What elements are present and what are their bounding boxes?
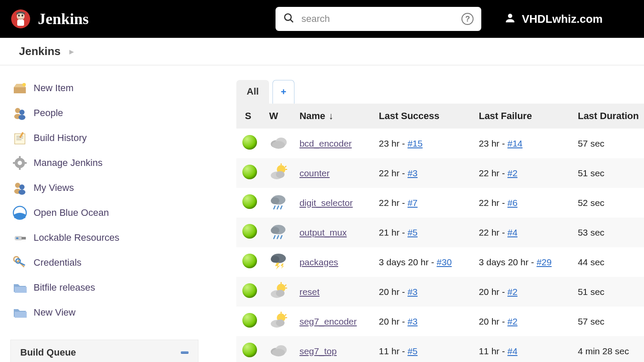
- people-icon: [12, 105, 28, 121]
- last-duration-cell: 4 min 28 sec: [573, 336, 644, 362]
- sidebar-item-label: Manage Jenkins: [34, 157, 102, 169]
- build-link[interactable]: #5: [408, 227, 418, 237]
- status-ball-icon: [242, 283, 257, 298]
- last-duration-cell: 52 sec: [573, 188, 644, 218]
- status-ball-icon: [242, 194, 257, 209]
- job-row: seg7_top 11 hr - #5 11 hr - #4 4 min 28 …: [236, 336, 644, 362]
- sidebar-item-open-blue-ocean[interactable]: Open Blue Ocean: [0, 200, 209, 225]
- build-queue-title: Build Queue: [20, 347, 76, 358]
- keys-icon: [12, 255, 28, 270]
- build-link[interactable]: #15: [408, 138, 423, 148]
- weather-cloudy-icon: [269, 134, 288, 151]
- build-link[interactable]: #4: [508, 227, 517, 237]
- last-success-cell: 22 hr - #3: [374, 158, 474, 188]
- job-link[interactable]: packages: [300, 257, 338, 267]
- last-duration-cell: 44 sec: [573, 247, 644, 277]
- sidebar-item-manage-jenkins[interactable]: Manage Jenkins: [0, 150, 209, 175]
- last-failure-cell: 3 days 20 hr - #29: [474, 247, 573, 277]
- last-failure-cell: 11 hr - #4: [474, 336, 573, 362]
- folder-icon: [12, 305, 28, 320]
- last-failure-cell: 22 hr - #2: [474, 158, 573, 188]
- sidebar-item-label: Lockable Resources: [34, 232, 119, 243]
- col-header-last-duration[interactable]: Last Duration: [573, 104, 644, 129]
- user-menu[interactable]: VHDLwhiz.com: [504, 12, 603, 26]
- col-header-last-failure[interactable]: Last Failure: [474, 104, 573, 129]
- sidebar: New Item People Build History Manage Jen…: [0, 65, 209, 362]
- sort-arrow-icon: ↓: [329, 110, 334, 121]
- last-duration-cell: 57 sec: [573, 307, 644, 336]
- last-duration-cell: 57 sec: [573, 129, 644, 158]
- col-header-status[interactable]: S: [236, 104, 264, 129]
- folder-icon: [12, 280, 28, 295]
- last-duration-cell: 53 sec: [573, 218, 644, 247]
- build-queue-panel: Build Queue No builds in the queue.: [10, 340, 198, 362]
- usb-icon: [12, 230, 28, 245]
- build-link[interactable]: #2: [508, 287, 517, 297]
- breadcrumb-arrow-icon: ▶: [69, 48, 74, 55]
- build-link[interactable]: #7: [408, 198, 418, 208]
- search-box[interactable]: ?: [276, 7, 481, 31]
- svg-point-52: [508, 14, 512, 18]
- build-link[interactable]: #29: [536, 257, 551, 267]
- last-failure-cell: 20 hr - #2: [474, 277, 573, 307]
- build-link[interactable]: #3: [408, 168, 418, 178]
- col-header-name[interactable]: Name↓: [294, 104, 374, 129]
- blueocean-icon: [12, 205, 28, 221]
- job-link[interactable]: reset: [300, 287, 320, 297]
- sidebar-item-my-views[interactable]: My Views: [0, 175, 209, 200]
- col-header-last-success[interactable]: Last Success: [374, 104, 474, 129]
- sidebar-item-label: New Item: [34, 83, 74, 94]
- sidebar-item-new-item[interactable]: New Item: [0, 76, 209, 101]
- sidebar-item-new-view[interactable]: New View: [0, 300, 209, 325]
- sidebar-item-people[interactable]: People: [0, 101, 209, 126]
- weather-rain-icon: [269, 223, 288, 240]
- build-link[interactable]: #6: [508, 198, 517, 208]
- job-link[interactable]: seg7_top: [300, 346, 337, 356]
- logo[interactable]: Jenkins: [10, 9, 89, 29]
- job-link[interactable]: bcd_encoder: [300, 138, 352, 148]
- gear-icon: [12, 155, 28, 171]
- weather-rain-icon: [269, 193, 288, 210]
- help-icon[interactable]: ?: [461, 13, 474, 25]
- last-success-cell: 20 hr - #3: [374, 277, 474, 307]
- build-link[interactable]: #14: [508, 138, 523, 148]
- build-link[interactable]: #2: [508, 168, 517, 178]
- collapse-icon[interactable]: [181, 351, 189, 354]
- job-link[interactable]: digit_selector: [300, 198, 353, 208]
- last-success-cell: 11 hr - #5: [374, 336, 474, 362]
- search-icon: [283, 12, 294, 25]
- col-header-weather[interactable]: W: [264, 104, 294, 129]
- build-link[interactable]: #3: [408, 287, 418, 297]
- sidebar-item-lockable-resources[interactable]: Lockable Resources: [0, 225, 209, 250]
- sidebar-item-label: New View: [34, 307, 75, 318]
- build-link[interactable]: #3: [408, 316, 418, 326]
- status-ball-icon: [242, 165, 257, 179]
- last-success-cell: 21 hr - #5: [374, 218, 474, 247]
- sidebar-item-credentials[interactable]: Credentials: [0, 250, 209, 275]
- user-icon: [504, 12, 517, 26]
- job-row: packages 3 days 20 hr - #30 3 days 20 hr…: [236, 247, 644, 277]
- last-failure-cell: 23 hr - #14: [474, 129, 573, 158]
- sidebar-item-build-history[interactable]: Build History: [0, 126, 209, 150]
- last-duration-cell: 51 sec: [573, 277, 644, 307]
- build-link[interactable]: #2: [508, 316, 517, 326]
- job-link[interactable]: seg7_encoder: [300, 316, 357, 326]
- job-link[interactable]: counter: [300, 168, 330, 178]
- sidebar-item-label: Build History: [34, 132, 87, 144]
- main-content: All + S W Name↓ Last Success Last Failur…: [209, 65, 644, 362]
- last-success-cell: 20 hr - #3: [374, 307, 474, 336]
- status-ball-icon: [242, 313, 257, 328]
- build-link[interactable]: #5: [408, 346, 418, 356]
- tab-all[interactable]: All: [236, 80, 269, 104]
- view-tabs: All +: [236, 80, 644, 104]
- last-success-cell: 23 hr - #15: [374, 129, 474, 158]
- sidebar-item-bitfile-releases[interactable]: Bitfile releases: [0, 275, 209, 300]
- build-link[interactable]: #30: [437, 257, 452, 267]
- build-link[interactable]: #4: [508, 346, 517, 356]
- tab-add-view[interactable]: +: [272, 80, 294, 104]
- search-input[interactable]: [301, 13, 455, 25]
- breadcrumb-root[interactable]: Jenkins: [19, 45, 61, 58]
- weather-cloudy-icon: [269, 341, 288, 359]
- build-queue-header[interactable]: Build Queue: [11, 340, 198, 362]
- job-link[interactable]: output_mux: [300, 227, 347, 237]
